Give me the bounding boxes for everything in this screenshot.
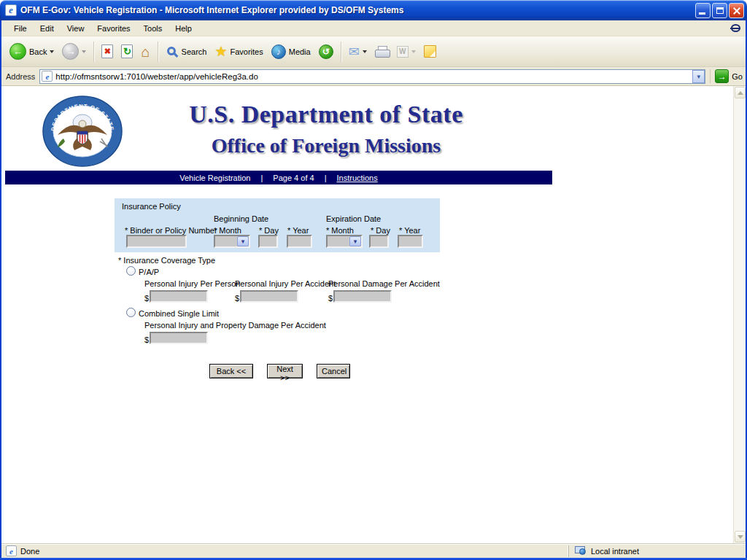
menu-tools[interactable]: Tools [137, 21, 169, 36]
pap-damage-input[interactable] [333, 290, 392, 303]
instructions-link[interactable]: Instructions [336, 174, 377, 182]
beg-day-input[interactable] [258, 235, 278, 248]
history-icon: ↺ [319, 44, 333, 59]
mail-dropdown-icon[interactable] [363, 50, 367, 55]
forward-icon: → [62, 43, 79, 60]
back-page-button[interactable]: Back << [209, 364, 253, 378]
word-dropdown-icon [411, 50, 416, 55]
address-url: http://ofmsntsorw1:7010/webster/app/vehi… [55, 72, 692, 81]
binder-input[interactable] [126, 235, 187, 248]
status-text: Done [20, 547, 568, 556]
menu-help[interactable]: Help [169, 21, 198, 36]
refresh-button[interactable]: ↻ [117, 42, 136, 61]
beg-month-label: * Month [214, 226, 241, 235]
toolbar-separator [158, 42, 158, 62]
restore-button[interactable] [712, 3, 727, 18]
minimize-button[interactable] [695, 3, 711, 18]
back-dropdown-icon[interactable] [50, 50, 54, 55]
csl-field-label: Personal Injury and Property Damage Per … [144, 321, 326, 330]
scroll-up-button[interactable] [735, 87, 746, 98]
media-button[interactable]: ♪ Media [268, 42, 314, 61]
expiration-date-label: Expiration Date [326, 214, 381, 223]
address-input[interactable]: e http://ofmsntsorw1:7010/webster/app/ve… [39, 69, 705, 84]
print-button[interactable] [371, 44, 392, 60]
forward-button[interactable]: → [58, 41, 90, 62]
title-bar: e OFM E-Gov: Vehicle Registration - Micr… [0, 0, 747, 20]
csl-label[interactable]: Combined Single Limit [139, 309, 219, 318]
chevron-down-icon[interactable]: ▾ [237, 236, 249, 246]
exp-year-input[interactable] [398, 235, 423, 248]
vertical-scrollbar[interactable] [733, 86, 746, 543]
toolbar-separator [93, 42, 94, 62]
scroll-down-button[interactable] [735, 531, 746, 542]
page-header: U.S. Department of State Office of Forei… [111, 101, 541, 158]
search-button[interactable]: Search [162, 43, 211, 61]
favorites-star-icon: ★ [214, 44, 227, 58]
pap-per-accident-input[interactable] [240, 290, 298, 303]
page-icon: e [42, 71, 53, 82]
exp-day-input[interactable] [369, 235, 389, 248]
menu-favorites[interactable]: Favorites [90, 21, 136, 36]
edit-with-word-button[interactable]: W [393, 44, 419, 60]
pap-label[interactable]: P/A/P [139, 268, 159, 276]
go-button[interactable]: → [715, 69, 729, 83]
menu-file[interactable]: File [7, 21, 34, 36]
history-button[interactable]: ↺ [315, 42, 337, 61]
word-icon: W [397, 46, 409, 58]
mail-button[interactable]: ✉ [345, 43, 371, 61]
stop-button[interactable]: ✖ [98, 42, 117, 61]
refresh-icon: ↻ [121, 44, 133, 58]
csl-radio[interactable] [126, 308, 136, 317]
beg-year-input[interactable] [287, 235, 312, 248]
zone-label: Local intranet [591, 547, 639, 556]
beg-month-select[interactable]: ▾ [214, 235, 250, 248]
chevron-down-icon [738, 535, 743, 542]
media-icon: ♪ [271, 44, 286, 59]
beg-day-label: * Day [259, 226, 279, 235]
pap-field-label: Personal Injury Per Person [144, 279, 240, 288]
window-title: OFM E-Gov: Vehicle Registration - Micros… [20, 5, 694, 15]
exp-year-label: * Year [399, 226, 420, 235]
home-button[interactable]: ⌂ [137, 42, 153, 61]
cancel-button[interactable]: Cancel [317, 364, 350, 378]
favorites-button[interactable]: ★ Favorites [211, 42, 266, 61]
address-dropdown-button[interactable]: ▾ [692, 70, 705, 83]
notes-icon [424, 45, 436, 58]
pap-radio[interactable] [126, 266, 136, 276]
pap-field-group: Personal Injury Per Person $ [144, 279, 240, 303]
exp-month-select[interactable]: ▾ [326, 235, 363, 248]
brand-icon [729, 23, 741, 33]
csl-input[interactable] [150, 332, 208, 344]
menu-edit[interactable]: Edit [34, 21, 61, 36]
next-page-button[interactable]: Next >> [267, 364, 303, 378]
currency-symbol: $ [235, 294, 239, 303]
page-content: DEPARTMENT OF STATE UNITED STATES OF AME… [1, 86, 746, 543]
chevron-down-icon[interactable]: ▾ [349, 236, 361, 246]
stop-icon: ✖ [101, 44, 113, 58]
pap-field-group: Personal Damage Per Accident $ [328, 279, 440, 303]
pap-field-label: Personal Injury Per Accident [235, 279, 336, 288]
pap-field-label: Personal Damage Per Accident [328, 279, 440, 288]
back-button[interactable]: ← Back [6, 41, 58, 62]
minimize-icon [699, 12, 705, 15]
chevron-up-icon [738, 88, 743, 95]
address-label: Address [6, 72, 35, 81]
close-button[interactable] [729, 3, 744, 18]
menu-view[interactable]: View [61, 21, 91, 36]
agency-title: U.S. Department of State [111, 101, 541, 128]
discuss-button[interactable] [420, 43, 440, 60]
page-indicator: Page 4 of 4 [273, 174, 314, 182]
breadcrumb-bar: Vehicle Registration | Page 4 of 4 | Ins… [5, 171, 552, 184]
restore-icon [716, 7, 724, 14]
status-page-icon: e [6, 545, 17, 556]
go-label: Go [732, 72, 743, 81]
pap-per-person-input[interactable] [150, 290, 208, 303]
currency-symbol: $ [144, 294, 149, 303]
search-icon [167, 47, 176, 55]
home-icon: ⌂ [141, 44, 150, 59]
exp-day-label: * Day [371, 226, 390, 235]
currency-symbol: $ [144, 335, 149, 344]
section-label: Vehicle Registration [179, 174, 250, 182]
address-bar: Address e http://ofmsntsorw1:7010/webste… [1, 67, 746, 86]
panel-title: Insurance Policy [122, 202, 181, 211]
